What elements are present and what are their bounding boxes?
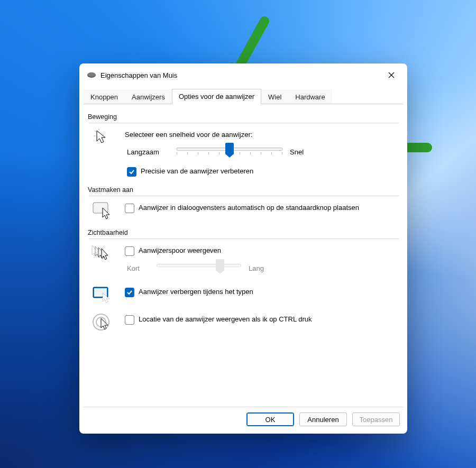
- snap-to-icon: [88, 201, 117, 219]
- group-vastmaken: Vastmaken aan Aanwijzer in dialoogvenste…: [88, 186, 399, 219]
- tab-aanwijzers[interactable]: Aanwijzers: [125, 89, 172, 104]
- speed-fast-label: Snel: [290, 148, 304, 156]
- hide-typing-icon: [88, 286, 117, 304]
- speed-slow-label: Langzaam: [127, 148, 169, 156]
- close-button[interactable]: [380, 68, 403, 82]
- trails-long-label: Lang: [249, 264, 264, 272]
- speed-subtitle: Selecteer een snelheid voor de aanwijzer…: [125, 131, 399, 139]
- tab-wiel[interactable]: Wiel: [261, 89, 288, 104]
- ok-button[interactable]: OK: [246, 412, 294, 426]
- tab-hardware[interactable]: Hardware: [288, 89, 332, 104]
- pointer-speed-slider[interactable]: [177, 144, 282, 160]
- pointer-trails-icon: [88, 244, 117, 262]
- group-zichtbaarheid: Zichtbaarheid: [88, 229, 399, 333]
- mouse-icon: [87, 71, 96, 79]
- tab-opties-aanwijzer[interactable]: Opties voor de aanwijzer: [172, 89, 261, 104]
- pointer-trails-slider: [157, 260, 241, 276]
- dialog-window: Eigenschappen van Muis Knoppen Aanwijzer…: [79, 63, 407, 434]
- trails-short-label: Kort: [127, 264, 149, 272]
- apply-button[interactable]: Toepassen: [352, 412, 400, 426]
- enhance-precision-label: Precisie van de aanwijzer verbeteren: [141, 167, 253, 176]
- ctrl-locate-icon: [88, 313, 117, 333]
- group-sep: [89, 196, 399, 196]
- pointer-trails-checkbox[interactable]: [125, 246, 134, 256]
- enhance-precision-checkbox[interactable]: [127, 167, 136, 177]
- svg-point-3: [88, 72, 95, 77]
- snap-to-label: Aanwijzer in dialoogvensters automatisch…: [139, 204, 359, 213]
- snap-to-checkbox[interactable]: [125, 204, 134, 213]
- pointer-trails-label: Aanwijzerspoor weergeven: [139, 246, 221, 255]
- ctrl-locate-label: Locatie van de aanwijzer weergeven als i…: [139, 315, 312, 324]
- group-sep: [89, 238, 399, 239]
- pointer-speed-icon: [88, 129, 117, 146]
- group-sep: [89, 123, 399, 123]
- ctrl-locate-checkbox[interactable]: [125, 315, 134, 325]
- group-title-beweging: Beweging: [88, 113, 399, 121]
- hide-while-typing-checkbox[interactable]: [125, 288, 134, 297]
- desktop-background: Eigenschappen van Muis Knoppen Aanwijzer…: [0, 0, 476, 468]
- group-title-vastmaken: Vastmaken aan: [88, 186, 399, 194]
- dialog-body: Beweging Selecteer een snelheid voor de …: [79, 105, 407, 403]
- group-beweging: Beweging Selecteer een snelheid voor de …: [88, 113, 399, 177]
- tab-strip: Knoppen Aanwijzers Opties voor de aanwij…: [79, 89, 407, 104]
- hide-while-typing-label: Aanwijzer verbergen tijdens het typen: [139, 288, 253, 297]
- close-icon: [388, 72, 395, 78]
- window-title: Eigenschappen van Muis: [100, 71, 376, 79]
- cancel-button[interactable]: Annuleren: [299, 412, 347, 426]
- tab-knoppen[interactable]: Knoppen: [84, 89, 125, 104]
- group-title-zichtbaarheid: Zichtbaarheid: [88, 229, 399, 236]
- titlebar[interactable]: Eigenschappen van Muis: [79, 63, 407, 87]
- dialog-footer: OK Annuleren Toepassen: [79, 407, 407, 434]
